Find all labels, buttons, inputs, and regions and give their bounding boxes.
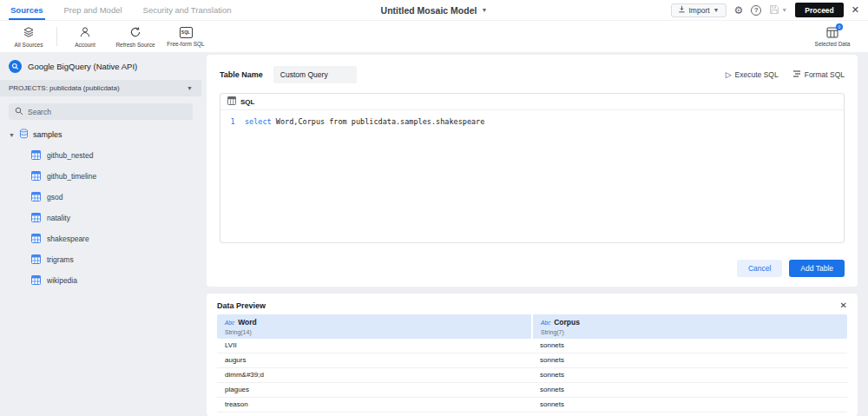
table-icon: [31, 275, 41, 287]
column-header-word[interactable]: Abc Word String(14): [217, 314, 531, 339]
preview-table: Abc Word String(14) Abc Corpus String(7): [217, 314, 847, 416]
refresh-icon: [129, 26, 141, 39]
chevron-down-icon: ▼: [187, 85, 193, 91]
source-connection-label: Google BigQuery (Native API): [28, 62, 137, 71]
table-item-trigrams[interactable]: trigrams: [0, 249, 201, 270]
database-icon: [19, 129, 29, 141]
table-label: shakespeare: [47, 234, 89, 243]
play-icon: ▷: [726, 70, 732, 79]
selected-data-button[interactable]: 0 Selected Data: [807, 27, 858, 47]
top-bar: Sources Prep and Model Security and Tran…: [0, 0, 868, 21]
column-type-icon: Abc: [541, 320, 550, 326]
table-item-gsod[interactable]: gsod: [0, 187, 201, 208]
tab-prep-and-model[interactable]: Prep and Model: [54, 0, 133, 20]
close-icon[interactable]: ✕: [840, 300, 847, 310]
tab-security-and-translation[interactable]: Security and Translation: [133, 0, 242, 20]
data-preview-title: Data Preview: [217, 301, 266, 310]
query-actions: ▷ Execute SQL Format SQL: [726, 69, 845, 80]
toolbar-right: 0 Selected Data: [807, 27, 865, 47]
close-icon[interactable]: ✕: [852, 4, 859, 16]
table-item-natality[interactable]: natality: [0, 208, 201, 228]
table-item-github-nested[interactable]: github_nested: [0, 145, 201, 166]
table-name-label: Table Name: [220, 70, 263, 79]
execute-sql-label: Execute SQL: [735, 70, 779, 79]
selected-data-icon: 0: [826, 27, 838, 38]
sidebar-search: [9, 103, 193, 120]
table-item-wikipedia[interactable]: wikipedia: [0, 270, 201, 291]
table-row: surmise sonnets: [217, 413, 847, 416]
cell-corpus: sonnets: [532, 398, 847, 412]
tab-sources-label: Sources: [10, 5, 43, 15]
custom-query-card: Table Name ▷ Execute SQL Format SQL: [207, 55, 858, 287]
table-label: gsod: [47, 193, 62, 201]
projects-dropdown[interactable]: PROJECTS: publicdata (publicdata) ▼: [0, 80, 201, 96]
format-icon: [792, 69, 801, 80]
main-panel: Table Name ▷ Execute SQL Format SQL: [201, 52, 868, 416]
search-icon: [15, 107, 23, 117]
all-sources-button[interactable]: All Sources: [3, 26, 54, 48]
cell-corpus: sonnets: [532, 413, 847, 416]
model-title-dropdown[interactable]: Untitled Mosaic Model ▼: [381, 5, 488, 16]
cancel-button[interactable]: Cancel: [737, 260, 782, 277]
add-table-button[interactable]: Add Table: [789, 260, 845, 277]
cell-corpus: sonnets: [532, 339, 847, 353]
table-icon: [31, 234, 41, 245]
sql-code-line: select Word,Corpus from publicdata.sampl…: [245, 117, 484, 126]
sql-icon: SQL: [180, 27, 193, 38]
source-toolbar: All Sources Account Refresh Source SQL F…: [0, 21, 868, 52]
format-sql-label: Format SQL: [805, 70, 845, 79]
table-item-github-timeline[interactable]: github_timeline: [0, 166, 201, 187]
table-row: LVII sonnets: [217, 339, 847, 353]
table-name-input[interactable]: [273, 66, 357, 83]
cell-corpus: sonnets: [532, 353, 847, 367]
projects-label: PROJECTS: publicdata (publicdata): [9, 84, 120, 92]
sql-editor[interactable]: SQL 1 select Word,Corpus from publicdata…: [220, 93, 845, 243]
import-button[interactable]: Import ▼: [671, 3, 727, 17]
preview-table-header: Abc Word String(14) Abc Corpus String(7): [217, 314, 847, 339]
app: Sources Prep and Model Security and Tran…: [0, 0, 868, 416]
settings-gear-icon[interactable]: ⚙: [734, 5, 744, 16]
cell-corpus: sonnets: [532, 383, 847, 397]
free-form-sql-button[interactable]: SQL Free-form SQL: [161, 27, 211, 47]
data-preview-header: Data Preview ✕: [217, 300, 847, 310]
table-row: dimm&#39;d sonnets: [217, 368, 847, 383]
help-icon[interactable]: ?: [751, 5, 761, 16]
import-label: Import: [689, 6, 710, 15]
proceed-button[interactable]: Proceed: [795, 3, 844, 17]
account-button[interactable]: Account: [60, 26, 110, 48]
format-sql-button[interactable]: Format SQL: [792, 69, 845, 80]
column-dtype: String(14): [225, 329, 523, 335]
sql-panel-title: SQL: [240, 98, 254, 106]
query-card-actions: Cancel Add Table: [737, 260, 845, 277]
tab-security-label: Security and Translation: [143, 5, 232, 15]
table-icon: [31, 192, 41, 203]
search-input[interactable]: [28, 108, 187, 116]
table-label: natality: [47, 214, 70, 222]
tab-sources[interactable]: Sources: [0, 0, 54, 20]
save-button[interactable]: ▼: [769, 4, 787, 17]
chevron-down-icon: ▼: [481, 7, 487, 13]
table-icon: [31, 213, 41, 224]
data-preview-panel: Data Preview ✕ Abc Word String(14): [207, 294, 858, 416]
execute-sql-button[interactable]: ▷ Execute SQL: [726, 70, 779, 79]
cell-word: treason: [217, 398, 532, 412]
content: Google BigQuery (Native API) PROJECTS: p…: [0, 52, 868, 416]
refresh-source-button[interactable]: Refresh Source: [110, 26, 161, 48]
table-row: treason sonnets: [217, 398, 847, 413]
cell-word: dimm&#39;d: [217, 368, 532, 382]
column-header-corpus[interactable]: Abc Corpus String(7): [531, 314, 847, 339]
bigquery-icon: [9, 60, 22, 73]
column-name: Word: [238, 318, 257, 327]
line-number: 1: [220, 117, 245, 126]
table-item-shakespeare[interactable]: shakespeare: [0, 228, 201, 249]
sql-grid-icon: [227, 96, 236, 107]
cell-word: surmise: [217, 413, 532, 416]
free-form-sql-label: Free-form SQL: [167, 41, 204, 47]
tree-node-samples[interactable]: ▼ samples: [0, 124, 201, 145]
all-sources-icon: [23, 26, 35, 39]
topbar-actions: Import ▼ ⚙ ? ▼ Proceed ✕: [671, 3, 868, 17]
tab-prep-label: Prep and Model: [64, 5, 122, 15]
sql-editor-header: SQL: [220, 94, 844, 110]
sql-code-area[interactable]: 1 select Word,Corpus from publicdata.sam…: [220, 110, 844, 133]
account-label: Account: [75, 42, 95, 48]
